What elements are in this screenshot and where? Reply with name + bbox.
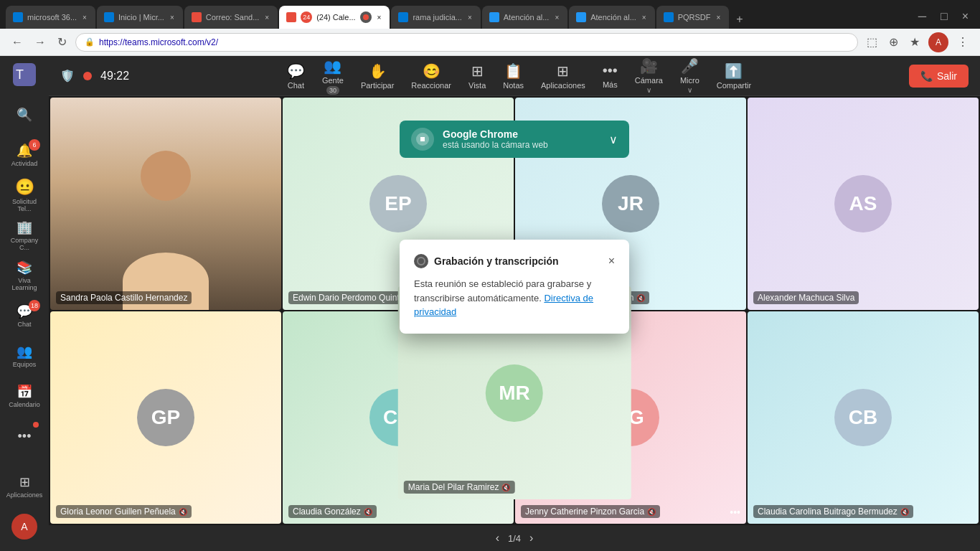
close-button[interactable]: × (956, 7, 974, 26)
sidebar-item-more[interactable]: ••• (6, 418, 43, 455)
reaccionar-button[interactable]: 😊 Reaccionar (411, 62, 451, 90)
browser-menu-button[interactable]: ⋮ (954, 32, 971, 52)
user-avatar[interactable]: A (11, 514, 37, 540)
browser-tab-2[interactable]: Inicio | Micr... × (97, 6, 183, 29)
bookmark-star-button[interactable]: ★ (907, 32, 923, 52)
sidebar-item-activity[interactable]: 6 🔔 Actividad (6, 136, 43, 174)
sidebar-item-apps[interactable]: ⊞ Aplicaciones (6, 468, 43, 505)
tab-label-5: rama judicia... (413, 13, 461, 22)
camera-notif-app: Google Chrome (443, 128, 600, 140)
camera-notif-msg: está usando la cámara web (443, 140, 600, 150)
sidebar-item-equipos[interactable]: 👥 Equipos (6, 337, 43, 375)
svg-text:T: T (16, 67, 24, 82)
browser-profile-button[interactable]: ⊕ (886, 32, 901, 52)
apps-label: Aplicaciones (6, 491, 43, 499)
address-text: https://teams.microsoft.com/v2/ (99, 37, 849, 47)
tab-label-3: Correo: Sand... (206, 13, 260, 22)
record-indicator (83, 72, 92, 80)
calendario-label: Calendario (9, 401, 40, 408)
sidebar-item-chat[interactable]: 18 💬 Chat (6, 297, 43, 334)
camara-chevron[interactable]: ∨ (646, 86, 651, 94)
mas-button[interactable]: ••• Más (603, 62, 618, 89)
sidebar-item-calendario[interactable]: 📅 Calendario (6, 377, 43, 415)
mic-muted-icon-9: 🔇 (501, 484, 510, 491)
browser-tab-7[interactable]: Atención al... × (569, 6, 654, 29)
screen-cast-button[interactable]: ⬚ (864, 32, 880, 52)
popup-body: Esta reunión se estableció para grabarse… (414, 277, 615, 319)
solicitud-icon: 😐 (15, 178, 34, 197)
exit-label: Salir (937, 70, 957, 82)
participant-more-7[interactable]: ••• (730, 507, 740, 518)
tab-close-6[interactable]: × (553, 12, 560, 23)
more-dot (33, 422, 39, 428)
micro-chevron[interactable]: ∨ (687, 86, 692, 94)
sidebar-item-solicitud[interactable]: 😐 Solicitud Tel... (6, 176, 43, 214)
reaccionar-icon: 😊 (423, 62, 440, 80)
prev-page-button[interactable]: ‹ (496, 532, 499, 545)
browser-tab-1[interactable]: microsoft 36... × (6, 6, 95, 29)
tab-close-3[interactable]: × (263, 12, 270, 23)
tab-close-4[interactable]: × (376, 12, 383, 23)
gente-count: 30 (326, 86, 339, 95)
tab-favicon-2 (104, 12, 114, 22)
meeting-timer: 49:22 (100, 70, 129, 83)
sidebar-search[interactable]: 🔍 (6, 96, 43, 133)
profile-avatar[interactable]: A (928, 32, 948, 52)
aplicaciones-button[interactable]: ⊞ Aplicaciones (541, 62, 585, 90)
address-bar[interactable]: 🔒 https://teams.microsoft.com/v2/ (75, 33, 858, 52)
compartir-button[interactable]: ⬆️ Compartir (717, 62, 751, 90)
popup-title: Grabación y transcripción (414, 254, 559, 268)
recording-popup: Grabación y transcripción × Esta reunión… (400, 240, 629, 334)
tab-label-4: (24) Cale... (316, 13, 355, 22)
teams-logo[interactable]: T (11, 62, 37, 88)
aplicaciones-btn-label: Aplicaciones (541, 81, 585, 90)
popup-title-text: Grabación y transcripción (434, 255, 559, 267)
vista-button[interactable]: ⊞ Vista (468, 62, 486, 90)
browser-tab-8[interactable]: PQRSDF × (656, 6, 730, 29)
browser-tab-4[interactable]: 24 (24) Cale... × (279, 6, 390, 29)
exit-button[interactable]: 📞 Salir (909, 65, 969, 88)
tab-close-2[interactable]: × (169, 12, 176, 23)
camera-notif-chevron[interactable]: ∨ (609, 133, 618, 146)
gente-button[interactable]: 👥 Gente 30 (322, 57, 344, 95)
shield-icon: 🛡️ (60, 69, 75, 83)
sidebar-item-company[interactable]: 🏢 Company C... (6, 217, 43, 254)
tab-close-7[interactable]: × (641, 12, 648, 23)
tab-favicon-5 (398, 12, 408, 22)
popup-close-button[interactable]: × (608, 255, 615, 268)
maximize-button[interactable]: □ (935, 7, 953, 26)
teams-sidebar: T 🔍 6 🔔 Actividad 😐 Solicitud Tel... 🏢 C… (0, 56, 49, 551)
tab-label-7: Atención al... (590, 13, 636, 22)
sidebar-item-viva[interactable]: 📚 Viva Learning (6, 257, 43, 294)
tab-close-1[interactable]: × (81, 12, 88, 23)
notas-button[interactable]: 📋 Notas (503, 62, 524, 90)
chat-button[interactable]: 💬 Chat (287, 62, 305, 90)
tab-close-8[interactable]: × (715, 12, 722, 23)
back-button[interactable]: ← (9, 33, 26, 52)
reaccionar-btn-label: Reaccionar (411, 81, 451, 90)
tab-close-5[interactable]: × (466, 12, 473, 23)
browser-tab-6[interactable]: Atención al... × (482, 6, 567, 29)
browser-tab-5[interactable]: rama judicia... × (391, 6, 480, 29)
notas-icon: 📋 (504, 62, 522, 80)
browser-tab-3[interactable]: Correo: Sand... × (184, 6, 278, 29)
record-dot (417, 257, 425, 265)
aplicaciones-icon: ⊞ (557, 62, 569, 80)
minimize-button[interactable]: ─ (913, 7, 932, 26)
forward-button[interactable]: → (32, 33, 49, 52)
mic-muted-icon-8: 🔇 (900, 508, 909, 516)
tab-favicon-7 (576, 12, 586, 22)
camara-button[interactable]: 🎥 Cámara ∨ (635, 57, 663, 94)
pagination-bar: ‹ 1/4 › (49, 525, 980, 551)
reload-button[interactable]: ↻ (55, 32, 70, 52)
new-tab-button[interactable]: + (730, 10, 748, 29)
participar-button[interactable]: ✋ Participar (361, 62, 394, 90)
notas-btn-label: Notas (503, 81, 524, 90)
tab-label-2: Inicio | Micr... (118, 13, 164, 22)
solicitud-label: Solicitud Tel... (6, 198, 43, 212)
chat-label: Chat (17, 321, 31, 328)
next-page-button[interactable]: › (529, 532, 533, 545)
micro-button[interactable]: 🎤 Micro ∨ (680, 57, 699, 94)
chat-btn-label: Chat (288, 81, 304, 90)
participar-btn-label: Participar (361, 81, 394, 90)
